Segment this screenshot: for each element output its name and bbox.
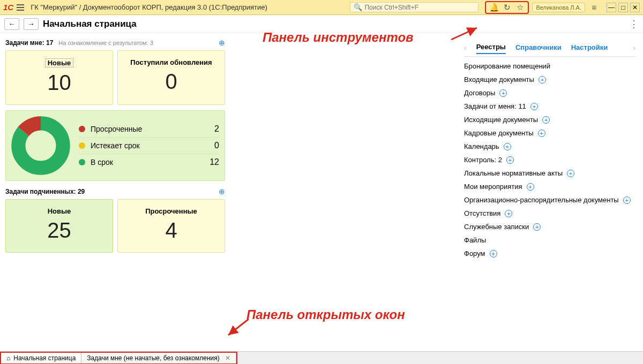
plus-icon[interactable]: +: [533, 223, 541, 231]
registry-label: Форум: [464, 249, 485, 257]
registry-item[interactable]: Организационно-распорядительные документ…: [464, 196, 635, 204]
registry-item[interactable]: Календарь+: [464, 142, 635, 150]
registry-label: Исходящие документы: [464, 116, 538, 124]
tab-references[interactable]: Справочники: [515, 41, 562, 54]
registry-item[interactable]: Служебные записки+: [464, 223, 635, 231]
plus-icon[interactable]: +: [530, 103, 538, 110]
registry-label: Отсутствия: [464, 209, 500, 217]
dot-icon: [79, 159, 85, 165]
app-title: ГК "Меркурий" / Документооборот КОРП, ре…: [31, 3, 267, 11]
registry-item[interactable]: Отсутствия+: [464, 209, 635, 217]
svg-line-3: [228, 319, 249, 335]
back-button[interactable]: ←: [4, 18, 19, 30]
dot-icon: [79, 126, 85, 132]
kebab-icon[interactable]: ⋮: [629, 18, 639, 30]
logo-1c: 1C: [3, 3, 13, 12]
registry-item[interactable]: Кадровые документы+: [464, 129, 635, 137]
search-box[interactable]: 🔍: [350, 2, 478, 12]
legend-row[interactable]: Просроченные2: [79, 121, 219, 138]
registry-label: Организационно-распорядительные документ…: [464, 196, 619, 204]
close-icon[interactable]: ✕: [225, 354, 230, 362]
plus-icon[interactable]: +: [506, 156, 514, 164]
right-column: Панель инструментов ‹ Реестры Справочник…: [230, 33, 643, 348]
registry-panel: ‹ Реестры Справочники Настройки › Бронир…: [464, 39, 635, 257]
minimize-button[interactable]: —: [607, 3, 616, 12]
plus-icon[interactable]: +: [499, 89, 507, 97]
registry-label: Контроль: 2: [464, 156, 502, 164]
plus-icon[interactable]: +: [542, 116, 550, 124]
registry-item[interactable]: Локальные нормативные акты+: [464, 169, 635, 177]
plus-icon[interactable]: +: [504, 143, 511, 150]
registry-label: Файлы: [464, 236, 486, 244]
registry-label: Бронирование помещений: [464, 62, 550, 70]
history-icon[interactable]: ↻: [501, 2, 513, 13]
tile-sub-new[interactable]: Новые 25: [5, 199, 113, 253]
registry-item[interactable]: Входящие документы+: [464, 75, 635, 84]
home-icon: ⌂: [6, 354, 10, 362]
registry-item[interactable]: Файлы: [464, 236, 635, 244]
plus-icon[interactable]: +: [527, 183, 534, 191]
star-icon[interactable]: ☆: [514, 2, 526, 13]
tile-updates[interactable]: Поступили обновления 0: [117, 50, 225, 105]
dot-icon: [79, 142, 85, 149]
user-badge[interactable]: Великанова Л.А.: [532, 3, 585, 12]
open-windows-bar: ⌂ Начальная страница Задачи мне (не нача…: [0, 351, 643, 364]
callout-windows: Панель открытых окон: [246, 307, 405, 322]
tasks-me-header: Задачи мне: 17 На ознакомление с результ…: [5, 39, 225, 47]
legend-value: 2: [203, 124, 219, 134]
bell-icon[interactable]: 🔔: [488, 2, 500, 13]
status-legend: Просроченные2Истекает срок0В срок12: [79, 121, 219, 170]
tabs-row: ‹ Реестры Справочники Настройки ›: [464, 39, 635, 57]
maximize-button[interactable]: □: [618, 3, 628, 12]
legend-row[interactable]: Истекает срок0: [79, 138, 219, 154]
windows-highlight: ⌂ Начальная страница Задачи мне (не нача…: [0, 352, 237, 364]
window-tab-tasks[interactable]: Задачи мне (не начатые, без ознакомления…: [81, 353, 236, 363]
arrow-icon: [225, 317, 252, 338]
svg-line-2: [451, 28, 477, 40]
plus-icon[interactable]: +: [490, 250, 497, 257]
titlebar: 1C ГК "Меркурий" / Документооборот КОРП,…: [0, 0, 643, 15]
registry-label: Задачи от меня: 11: [464, 102, 526, 110]
plus-icon[interactable]: +: [505, 210, 512, 217]
registry-label: Служебные записки: [464, 223, 529, 231]
tab-registries[interactable]: Реестры: [476, 41, 506, 54]
registry-label: Календарь: [464, 142, 499, 150]
registry-item[interactable]: Договоры+: [464, 89, 635, 97]
plus-icon[interactable]: +: [567, 170, 574, 177]
registry-label: Локальные нормативные акты: [464, 169, 563, 177]
plus-icon[interactable]: +: [538, 130, 545, 137]
add-task-icon[interactable]: ⊕: [219, 39, 225, 47]
registry-item[interactable]: Бронирование помещений: [464, 62, 635, 70]
legend-label: В срок: [91, 158, 203, 166]
settings-bars-icon[interactable]: ≡: [588, 2, 600, 13]
tile-new[interactable]: Новые 10: [5, 50, 113, 105]
tile-sub-overdue[interactable]: Просроченные 4: [117, 199, 225, 253]
hamburger-icon[interactable]: [17, 4, 24, 11]
page-title: Начальная страница: [43, 19, 137, 29]
plus-icon[interactable]: +: [539, 76, 546, 84]
window-buttons: — □ ✕: [607, 3, 640, 12]
legend-label: Истекает срок: [91, 141, 203, 150]
registry-item[interactable]: Исходящие документы+: [464, 116, 635, 124]
window-tab-home[interactable]: ⌂ Начальная страница: [1, 353, 81, 363]
close-button[interactable]: ✕: [630, 3, 640, 12]
registry-item[interactable]: Контроль: 2+: [464, 156, 635, 164]
plus-icon[interactable]: +: [623, 196, 631, 204]
search-input[interactable]: [364, 4, 475, 11]
chevron-left-icon[interactable]: ‹: [464, 43, 467, 52]
add-sub-task-icon[interactable]: ⊕: [219, 187, 225, 196]
registry-item[interactable]: Мои мероприятия+: [464, 183, 635, 191]
tab-settings[interactable]: Настройки: [571, 41, 608, 54]
search-icon: 🔍: [354, 3, 362, 11]
tasks-sub-header: Задачи подчиненных: 29 ⊕: [5, 187, 225, 196]
legend-row[interactable]: В срок12: [79, 154, 219, 170]
registry-label: Мои мероприятия: [464, 183, 522, 191]
chevron-right-icon[interactable]: ›: [633, 43, 635, 52]
callout-toolbar: Панель инструментов: [263, 30, 414, 45]
forward-button[interactable]: →: [24, 18, 39, 30]
registry-item[interactable]: Форум+: [464, 249, 635, 257]
registry-item[interactable]: Задачи от меня: 11+: [464, 102, 635, 110]
donut-chart: [11, 116, 70, 175]
left-column: Задачи мне: 17 На ознакомление с результ…: [0, 33, 230, 348]
toolbar-highlight: 🔔 ↻ ☆: [485, 1, 529, 14]
